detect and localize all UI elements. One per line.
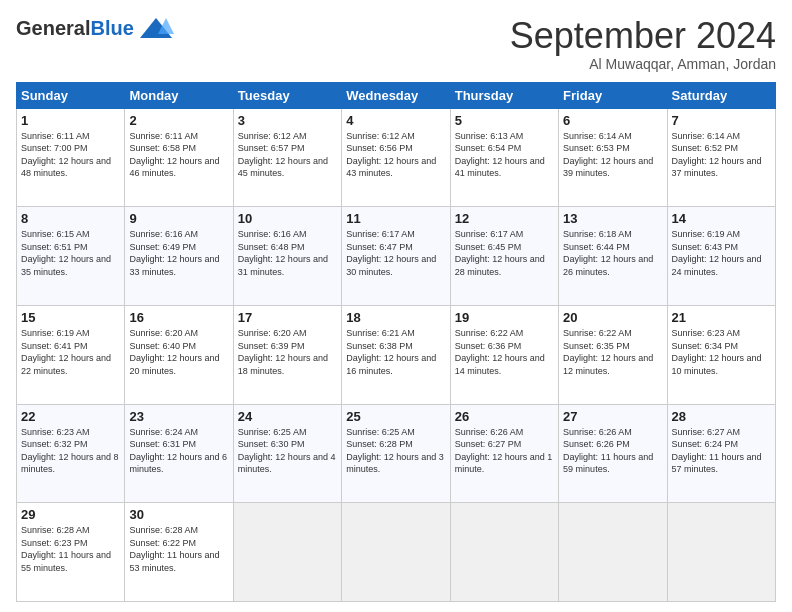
table-row: 7Sunrise: 6:14 AMSunset: 6:52 PMDaylight… [667,108,775,207]
cell-details: Sunrise: 6:12 AMSunset: 6:57 PMDaylight:… [238,130,337,180]
day-number: 29 [21,507,120,522]
day-number: 8 [21,211,120,226]
cell-details: Sunrise: 6:19 AMSunset: 6:43 PMDaylight:… [672,228,771,278]
table-row [342,503,450,602]
cell-details: Sunrise: 6:19 AMSunset: 6:41 PMDaylight:… [21,327,120,377]
table-row: 5Sunrise: 6:13 AMSunset: 6:54 PMDaylight… [450,108,558,207]
table-row [450,503,558,602]
cell-details: Sunrise: 6:20 AMSunset: 6:39 PMDaylight:… [238,327,337,377]
cell-details: Sunrise: 6:26 AMSunset: 6:26 PMDaylight:… [563,426,662,476]
table-row: 26Sunrise: 6:26 AMSunset: 6:27 PMDayligh… [450,404,558,503]
cell-details: Sunrise: 6:18 AMSunset: 6:44 PMDaylight:… [563,228,662,278]
table-row: 17Sunrise: 6:20 AMSunset: 6:39 PMDayligh… [233,305,341,404]
day-number: 11 [346,211,445,226]
cell-details: Sunrise: 6:25 AMSunset: 6:28 PMDaylight:… [346,426,445,476]
table-row: 24Sunrise: 6:25 AMSunset: 6:30 PMDayligh… [233,404,341,503]
day-number: 21 [672,310,771,325]
day-number: 5 [455,113,554,128]
day-number: 23 [129,409,228,424]
cell-details: Sunrise: 6:15 AMSunset: 6:51 PMDaylight:… [21,228,120,278]
table-row: 16Sunrise: 6:20 AMSunset: 6:40 PMDayligh… [125,305,233,404]
title-block: September 2024 Al Muwaqqar, Amman, Jorda… [510,16,776,72]
col-header-saturday: Saturday [667,82,775,108]
cell-details: Sunrise: 6:12 AMSunset: 6:56 PMDaylight:… [346,130,445,180]
cell-details: Sunrise: 6:17 AMSunset: 6:45 PMDaylight:… [455,228,554,278]
cell-details: Sunrise: 6:23 AMSunset: 6:34 PMDaylight:… [672,327,771,377]
table-row: 14Sunrise: 6:19 AMSunset: 6:43 PMDayligh… [667,207,775,306]
cell-details: Sunrise: 6:24 AMSunset: 6:31 PMDaylight:… [129,426,228,476]
day-number: 17 [238,310,337,325]
cell-details: Sunrise: 6:22 AMSunset: 6:36 PMDaylight:… [455,327,554,377]
logo-general: General [16,17,90,39]
table-row: 22Sunrise: 6:23 AMSunset: 6:32 PMDayligh… [17,404,125,503]
cell-details: Sunrise: 6:14 AMSunset: 6:53 PMDaylight:… [563,130,662,180]
table-row: 30Sunrise: 6:28 AMSunset: 6:22 PMDayligh… [125,503,233,602]
cell-details: Sunrise: 6:27 AMSunset: 6:24 PMDaylight:… [672,426,771,476]
day-number: 18 [346,310,445,325]
logo: GeneralBlue [16,16,174,40]
table-row [559,503,667,602]
table-row: 9Sunrise: 6:16 AMSunset: 6:49 PMDaylight… [125,207,233,306]
day-number: 19 [455,310,554,325]
table-row: 20Sunrise: 6:22 AMSunset: 6:35 PMDayligh… [559,305,667,404]
day-number: 14 [672,211,771,226]
table-row: 11Sunrise: 6:17 AMSunset: 6:47 PMDayligh… [342,207,450,306]
table-row: 13Sunrise: 6:18 AMSunset: 6:44 PMDayligh… [559,207,667,306]
day-number: 2 [129,113,228,128]
col-header-friday: Friday [559,82,667,108]
logo-icon [138,16,174,40]
table-row: 8Sunrise: 6:15 AMSunset: 6:51 PMDaylight… [17,207,125,306]
day-number: 16 [129,310,228,325]
cell-details: Sunrise: 6:13 AMSunset: 6:54 PMDaylight:… [455,130,554,180]
cell-details: Sunrise: 6:17 AMSunset: 6:47 PMDaylight:… [346,228,445,278]
table-row: 6Sunrise: 6:14 AMSunset: 6:53 PMDaylight… [559,108,667,207]
day-number: 10 [238,211,337,226]
col-header-tuesday: Tuesday [233,82,341,108]
cell-details: Sunrise: 6:11 AMSunset: 6:58 PMDaylight:… [129,130,228,180]
month-title: September 2024 [510,16,776,56]
cell-details: Sunrise: 6:11 AMSunset: 7:00 PMDaylight:… [21,130,120,180]
cell-details: Sunrise: 6:20 AMSunset: 6:40 PMDaylight:… [129,327,228,377]
cell-details: Sunrise: 6:25 AMSunset: 6:30 PMDaylight:… [238,426,337,476]
table-row: 21Sunrise: 6:23 AMSunset: 6:34 PMDayligh… [667,305,775,404]
logo-blue: Blue [90,17,133,39]
table-row: 28Sunrise: 6:27 AMSunset: 6:24 PMDayligh… [667,404,775,503]
cell-details: Sunrise: 6:16 AMSunset: 6:49 PMDaylight:… [129,228,228,278]
table-row: 18Sunrise: 6:21 AMSunset: 6:38 PMDayligh… [342,305,450,404]
day-number: 9 [129,211,228,226]
table-row [667,503,775,602]
col-header-wednesday: Wednesday [342,82,450,108]
col-header-thursday: Thursday [450,82,558,108]
day-number: 15 [21,310,120,325]
table-row [233,503,341,602]
cell-details: Sunrise: 6:28 AMSunset: 6:22 PMDaylight:… [129,524,228,574]
day-number: 1 [21,113,120,128]
cell-details: Sunrise: 6:23 AMSunset: 6:32 PMDaylight:… [21,426,120,476]
day-number: 26 [455,409,554,424]
table-row: 29Sunrise: 6:28 AMSunset: 6:23 PMDayligh… [17,503,125,602]
cell-details: Sunrise: 6:26 AMSunset: 6:27 PMDaylight:… [455,426,554,476]
table-row: 15Sunrise: 6:19 AMSunset: 6:41 PMDayligh… [17,305,125,404]
table-row: 10Sunrise: 6:16 AMSunset: 6:48 PMDayligh… [233,207,341,306]
day-number: 24 [238,409,337,424]
day-number: 6 [563,113,662,128]
cell-details: Sunrise: 6:22 AMSunset: 6:35 PMDaylight:… [563,327,662,377]
table-row: 12Sunrise: 6:17 AMSunset: 6:45 PMDayligh… [450,207,558,306]
cell-details: Sunrise: 6:28 AMSunset: 6:23 PMDaylight:… [21,524,120,574]
day-number: 28 [672,409,771,424]
day-number: 7 [672,113,771,128]
day-number: 3 [238,113,337,128]
day-number: 30 [129,507,228,522]
day-number: 12 [455,211,554,226]
page-header: GeneralBlue September 2024 Al Muwaqqar, … [16,16,776,72]
day-number: 27 [563,409,662,424]
table-row: 27Sunrise: 6:26 AMSunset: 6:26 PMDayligh… [559,404,667,503]
table-row: 25Sunrise: 6:25 AMSunset: 6:28 PMDayligh… [342,404,450,503]
day-number: 25 [346,409,445,424]
day-number: 22 [21,409,120,424]
location: Al Muwaqqar, Amman, Jordan [510,56,776,72]
table-row: 23Sunrise: 6:24 AMSunset: 6:31 PMDayligh… [125,404,233,503]
calendar-table: SundayMondayTuesdayWednesdayThursdayFrid… [16,82,776,602]
cell-details: Sunrise: 6:16 AMSunset: 6:48 PMDaylight:… [238,228,337,278]
table-row: 2Sunrise: 6:11 AMSunset: 6:58 PMDaylight… [125,108,233,207]
